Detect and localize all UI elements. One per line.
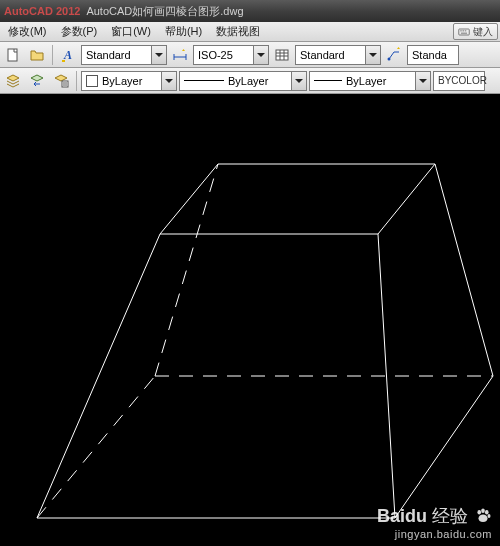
svg-line-30	[37, 234, 160, 518]
svg-point-15	[388, 57, 391, 60]
linetype-preview-icon	[184, 80, 224, 81]
linetype-dropdown[interactable]: ByLayer	[179, 71, 307, 91]
chevron-down-icon	[365, 46, 380, 64]
svg-marker-18	[55, 75, 67, 81]
menu-help[interactable]: 帮助(H)	[159, 22, 208, 41]
svg-rect-1	[460, 30, 462, 31]
document-filename: AutoCAD如何画四棱台图形.dwg	[86, 4, 243, 19]
svg-text:A: A	[63, 48, 72, 62]
layers-icon	[5, 73, 21, 89]
svg-line-27	[378, 164, 435, 234]
chevron-down-icon	[151, 46, 166, 64]
new-icon	[5, 47, 21, 63]
frustum-drawing	[0, 94, 500, 546]
svg-marker-16	[7, 75, 19, 81]
toolbar-styles: A Standard ISO-25 Standard Standa	[0, 42, 500, 68]
chevron-down-icon	[291, 72, 306, 90]
color-dropdown[interactable]: ByLayer	[81, 71, 177, 91]
svg-rect-2	[463, 30, 465, 31]
dim-style-value: ISO-25	[198, 49, 253, 61]
table-style-dropdown[interactable]: Standard	[295, 45, 381, 65]
toolbar-properties: ByLayer ByLayer ByLayer BYCOLOR	[0, 68, 500, 94]
menu-bar: 修改(M) 参数(P) 窗口(W) 帮助(H) 数据视图 键入	[0, 22, 500, 42]
chevron-down-icon	[161, 72, 176, 90]
text-style-dropdown[interactable]: Standard	[81, 45, 167, 65]
table-style-button[interactable]	[271, 44, 293, 66]
svg-line-29	[160, 164, 218, 234]
text-a-icon: A	[60, 47, 76, 63]
layer-button[interactable]	[2, 70, 24, 92]
app-name: AutoCAD 2012	[4, 5, 80, 17]
menu-modify[interactable]: 修改(M)	[2, 22, 53, 41]
svg-rect-4	[461, 32, 467, 33]
keyboard-icon	[458, 26, 470, 38]
dimension-icon	[172, 47, 188, 63]
table-icon	[274, 47, 290, 63]
color-swatch-icon	[86, 75, 98, 87]
svg-rect-19	[62, 81, 68, 87]
linetype-value: ByLayer	[228, 75, 291, 87]
keyboard-input-label: 键入	[473, 25, 493, 39]
lineweight-value: ByLayer	[346, 75, 415, 87]
keyboard-input-badge[interactable]: 键入	[453, 23, 498, 40]
text-style-button[interactable]: A	[57, 44, 79, 66]
drawing-canvas[interactable]: Baidu 经验 jingyan.baidu.com	[0, 94, 500, 546]
dim-style-button[interactable]	[169, 44, 191, 66]
text-style-value: Standard	[86, 49, 151, 61]
color-value: ByLayer	[102, 75, 161, 87]
chevron-down-icon	[415, 72, 430, 90]
title-bar: AutoCAD 2012 AutoCAD如何画四棱台图形.dwg	[0, 0, 500, 22]
svg-rect-10	[276, 50, 288, 60]
svg-marker-17	[31, 75, 43, 81]
mleader-style-value: Standa	[412, 49, 458, 61]
svg-line-33	[155, 164, 218, 376]
plot-style-box[interactable]: BYCOLOR	[433, 71, 485, 91]
multileader-icon	[386, 47, 402, 63]
svg-rect-3	[465, 30, 467, 31]
toolbar-separator	[76, 71, 77, 91]
svg-rect-5	[8, 49, 17, 61]
layer-previous-button[interactable]	[26, 70, 48, 92]
svg-line-23	[395, 376, 493, 518]
lineweight-preview-icon	[314, 80, 342, 81]
chevron-down-icon	[253, 46, 268, 64]
layer-swap-icon	[29, 73, 45, 89]
layer-state-icon	[53, 73, 69, 89]
menu-window[interactable]: 窗口(W)	[105, 22, 157, 41]
svg-line-32	[435, 164, 493, 376]
dim-style-dropdown[interactable]: ISO-25	[193, 45, 269, 65]
table-style-value: Standard	[300, 49, 365, 61]
svg-rect-0	[459, 29, 470, 35]
folder-button[interactable]	[26, 44, 48, 66]
lineweight-dropdown[interactable]: ByLayer	[309, 71, 431, 91]
menu-parametric[interactable]: 参数(P)	[55, 22, 104, 41]
new-button[interactable]	[2, 44, 24, 66]
mleader-style-dropdown[interactable]: Standa	[407, 45, 459, 65]
layer-state-button[interactable]	[50, 70, 72, 92]
mleader-style-button[interactable]	[383, 44, 405, 66]
svg-line-24	[37, 376, 155, 518]
folder-icon	[29, 47, 45, 63]
toolbar-separator	[52, 45, 53, 65]
plot-style-value: BYCOLOR	[438, 75, 487, 86]
menu-dataview[interactable]: 数据视图	[210, 22, 266, 41]
